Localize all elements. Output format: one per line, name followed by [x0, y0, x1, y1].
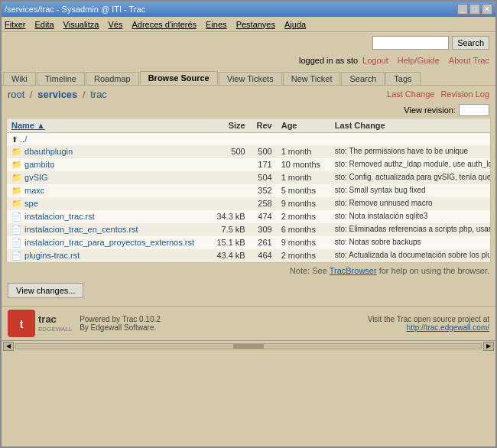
file-icon	[11, 251, 22, 260]
folder-icon	[11, 199, 22, 208]
rightlinks: Last Change Revision Log	[387, 89, 489, 99]
cell-age: 2 months	[277, 210, 330, 223]
scroll-track[interactable]	[15, 343, 482, 349]
about-link[interactable]: About Trac	[449, 56, 489, 65]
cell-lastchange: sto: The permissions have to be unique	[330, 145, 490, 158]
scroll-right[interactable]: ▶	[483, 342, 494, 351]
note-row: Note: See TracBrowser for help on using …	[2, 263, 495, 278]
help-link[interactable]: Help/Guide	[398, 56, 440, 65]
tracbrowser-link[interactable]: TracBrowser	[330, 266, 377, 275]
menu-eines[interactable]: Eines	[206, 20, 227, 29]
breadcrumb: root / services / trac	[8, 89, 107, 100]
cell-age	[277, 133, 330, 146]
titlebar-buttons: _ □ ✕	[457, 4, 492, 15]
cell-rev: 258	[250, 197, 277, 210]
viewchanges-button[interactable]: View changes...	[8, 283, 83, 298]
cell-lastchange	[330, 133, 490, 146]
table-row: instalacion_trac_en_centos.rst7.5 kB3096…	[7, 223, 490, 236]
cell-lastchange: sto: Eliminadas referencias a scripts ph…	[330, 223, 490, 236]
file-link[interactable]: spe	[24, 199, 38, 208]
scroll-left[interactable]: ◀	[3, 342, 14, 351]
minimize-button[interactable]: _	[457, 4, 468, 15]
cell-size: 500	[208, 145, 250, 158]
lastchange-link[interactable]: Last Change	[387, 89, 434, 99]
folder-icon	[11, 173, 22, 182]
cell-rev: 171	[250, 158, 277, 171]
footer-right: Visit the Trac open source project at ht…	[368, 315, 489, 332]
col-size: Size	[208, 118, 250, 133]
menu-pestanyes[interactable]: Pestanyes	[236, 20, 275, 29]
cell-age: 1 month	[277, 171, 330, 184]
table-row: instalacion_trac.rst34.3 kB4742 monthsst…	[7, 210, 490, 223]
nav-tabs: Wiki Timeline Roadmap Browse Source View…	[2, 67, 495, 86]
file-link[interactable]: ../	[20, 135, 27, 144]
menu-visualitza[interactable]: Visualitza	[63, 20, 99, 29]
breadcrumb-services[interactable]: services	[37, 89, 77, 100]
tab-new-ticket[interactable]: New Ticket	[283, 72, 341, 85]
login-status: logged in as sto	[299, 56, 358, 65]
footer: t trac EDGEWALL Powered by Trac 0.10.2 B…	[2, 306, 495, 340]
table-row: maxc3525 monthssto: Small syntax bug fix…	[7, 184, 490, 197]
trac-logo: t trac EDGEWALL	[8, 310, 72, 337]
menu-adreces[interactable]: Adreces d'interés	[132, 20, 197, 29]
file-link[interactable]: plugins-trac.rst	[24, 251, 80, 260]
file-link[interactable]: instalacion_trac.rst	[24, 212, 95, 221]
cell-lastchange: sto: Actualizada la documetación sobre l…	[330, 249, 490, 262]
tab-wiki[interactable]: Wiki	[3, 72, 36, 85]
cell-age: 9 months	[277, 236, 330, 249]
cell-lastchange: sto: Small syntax bug fixed	[330, 184, 490, 197]
file-link[interactable]: instalacion_trac_para_proyectos_externos…	[24, 238, 194, 247]
cell-size	[208, 184, 250, 197]
tab-tags[interactable]: Tags	[385, 72, 420, 85]
file-link[interactable]: gvSIG	[24, 173, 48, 182]
footer-by: By Edgewall Software.	[80, 323, 359, 332]
search-button[interactable]: Search	[452, 36, 489, 50]
search-input[interactable]	[372, 36, 449, 50]
cell-rev: 309	[250, 223, 277, 236]
cell-age: 9 months	[277, 197, 330, 210]
trac-logo-icon: t	[8, 310, 35, 337]
col-name[interactable]: Name ▲	[7, 118, 208, 133]
note-suffix: for help on using the browser.	[377, 266, 489, 275]
revision-input[interactable]	[459, 104, 489, 116]
file-icon	[11, 238, 22, 247]
titlebar: /services/trac - Sysadmin @ ITI - Trac _…	[2, 2, 495, 17]
revisionlog-link[interactable]: Revision Log	[440, 89, 489, 99]
logout-link[interactable]: Logout	[362, 56, 388, 65]
menu-fitxer[interactable]: Fitxer	[5, 20, 26, 29]
footer-url[interactable]: http://trac.edgewall.com/	[407, 323, 489, 332]
file-link[interactable]: maxc	[24, 186, 44, 195]
breadcrumb-row: root / services / trac Last Change Revis…	[2, 86, 495, 102]
cell-rev: 474	[250, 210, 277, 223]
tab-search[interactable]: Search	[341, 72, 385, 85]
tab-roadmap[interactable]: Roadmap	[86, 72, 139, 85]
file-link[interactable]: dbauthplugin	[24, 147, 73, 156]
breadcrumb-root[interactable]: root	[8, 89, 24, 100]
menu-ves[interactable]: Vés	[108, 20, 122, 29]
menu-edita[interactable]: Edita	[35, 20, 54, 29]
maximize-button[interactable]: □	[469, 4, 480, 15]
viewchanges-row: View changes...	[2, 278, 495, 303]
cell-rev: 504	[250, 171, 277, 184]
table-row: spe2589 monthssto: Remove unnused macro	[7, 197, 490, 210]
file-link[interactable]: gambito	[24, 160, 54, 169]
folder-icon	[11, 186, 22, 195]
breadcrumb-trac[interactable]: trac	[90, 89, 107, 100]
file-table: Name ▲ Size Rev Age Last Change ../ dbau…	[7, 118, 490, 262]
cell-size	[208, 158, 250, 171]
footer-text: Powered by Trac 0.10.2 By Edgewall Softw…	[80, 315, 359, 332]
menu-ajuda[interactable]: Ajuda	[284, 20, 306, 29]
cell-age: 1 month	[277, 145, 330, 158]
cell-lastchange: sto: Remove unnused macro	[330, 197, 490, 210]
tab-timeline[interactable]: Timeline	[37, 72, 85, 85]
cell-size: 43.4 kB	[208, 249, 250, 262]
tab-view-tickets[interactable]: View Tickets	[219, 72, 282, 85]
tab-browse-source[interactable]: Browse Source	[140, 71, 218, 85]
close-button[interactable]: ✕	[482, 4, 492, 15]
cell-lastchange: sto: Nota instalación sqlite3	[330, 210, 490, 223]
cell-age: 5 months	[277, 184, 330, 197]
revision-row: View revision:	[2, 102, 495, 118]
cell-lastchange: sto: Notas sobre backups	[330, 236, 490, 249]
file-link[interactable]: instalacion_trac_en_centos.rst	[24, 225, 138, 234]
loginbar: logged in as sto Logout Help/Guide About…	[2, 54, 495, 67]
